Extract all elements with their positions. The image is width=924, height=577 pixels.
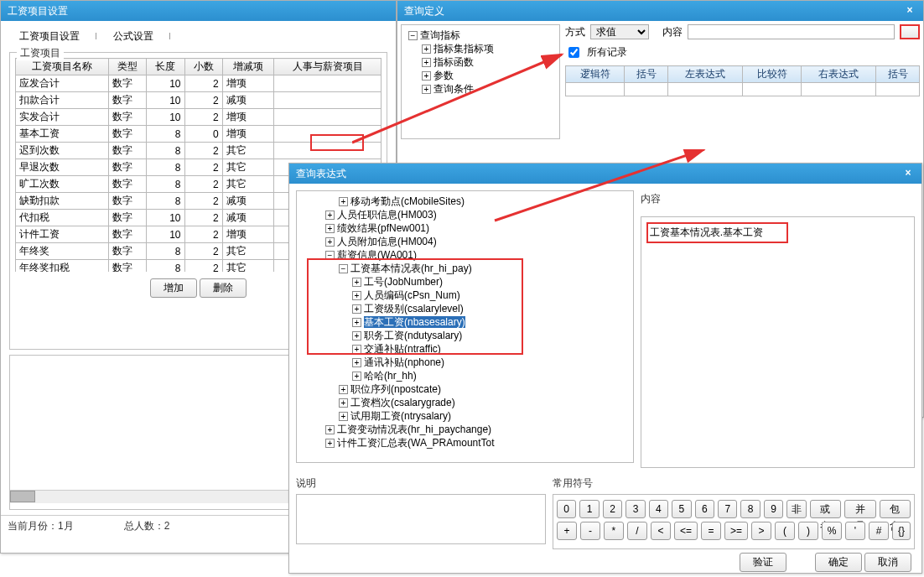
ok-button[interactable]: 确定 [815,553,862,572]
tree-node[interactable]: +移动考勤点(cMobileSites) [325,195,630,208]
symbol-button[interactable]: {} [892,522,911,540]
symbol-button[interactable]: % [822,522,842,540]
tree-node[interactable]: −工资基本情况表(hr_hi_pay) [325,262,630,275]
tree-node[interactable]: −薪资信息(WA001) [325,248,630,262]
all-records-checkbox[interactable] [568,47,579,58]
symbol-button[interactable]: * [604,522,624,540]
expand-icon[interactable]: + [422,85,431,94]
symbol-button[interactable]: 9 [764,500,783,518]
indicator-tree[interactable]: −查询指标+指标集指标项+指标函数+参数+查询条件 [401,24,560,139]
expand-icon[interactable]: − [339,264,348,273]
close-icon[interactable]: × [903,4,916,18]
expand-icon[interactable]: + [352,345,361,354]
symbol-button[interactable]: < [651,522,671,540]
field-tree[interactable]: +移动考勤点(cMobileSites)+人员任职信息(HM003)+绩效结果(… [296,190,634,463]
col-header[interactable]: 长度 [147,59,184,75]
tree-node[interactable]: +人员附加信息(HM004) [325,235,630,248]
expand-icon[interactable]: + [352,304,361,314]
symbol-button[interactable]: 并且 [844,500,875,518]
tree-node[interactable]: +工号(JobNumber) [325,275,630,288]
expand-icon[interactable]: + [352,318,361,327]
symbol-button[interactable]: 8 [740,500,760,518]
verify-button[interactable]: 验证 [740,553,786,572]
expand-icon[interactable]: + [339,398,348,408]
symbol-button[interactable]: 0 [557,500,576,518]
content-browse-button[interactable] [900,24,920,39]
symbol-button[interactable]: + [557,522,577,540]
col-header[interactable]: 工资项目名称 [16,59,109,75]
expand-icon[interactable]: + [325,224,335,233]
expand-icon[interactable]: + [352,331,361,340]
tab-formula[interactable]: 公式设置 [110,26,157,47]
add-button[interactable]: 增加 [150,278,197,298]
tree-node[interactable]: +工资级别(csalarylevel) [325,302,630,315]
expand-icon[interactable]: + [325,425,335,434]
expand-icon[interactable]: + [352,372,361,381]
symbol-button[interactable]: 5 [672,500,691,518]
expand-icon[interactable]: + [352,358,361,367]
tree-node[interactable]: +通讯补贴(nphone) [325,356,630,369]
col-header[interactable]: 左表达式 [667,66,742,83]
expand-icon[interactable]: + [422,58,431,67]
symbol-button[interactable]: 或者 [810,500,841,518]
expand-icon[interactable]: + [352,291,361,300]
tree-node[interactable]: +人员任职信息(HM003) [325,208,630,221]
expand-icon[interactable]: + [422,44,431,54]
expand-icon[interactable]: + [325,211,335,220]
tree-node[interactable]: +工资变动情况表(hr_hi_paychange) [325,423,630,436]
cancel-button[interactable]: 取消 [864,553,911,572]
symbol-button[interactable]: ' [845,522,865,540]
col-header[interactable]: 增减项 [222,59,274,75]
hscroll-thumb[interactable] [10,491,35,502]
col-header[interactable]: 括号 [625,66,668,83]
col-header[interactable]: 类型 [109,59,147,75]
col-header[interactable]: 人事与薪资项目 [274,59,382,75]
table-row[interactable]: 实发合计数字102增项 [16,109,382,126]
symbol-button[interactable]: 6 [695,500,714,518]
tree-node[interactable]: +人员编码(cPsn_Num) [325,288,630,302]
symbol-button[interactable]: > [751,522,771,540]
tree-node[interactable]: +工资档次(csalarygrade) [325,396,630,409]
tree-node[interactable]: −查询指标 [405,29,556,42]
col-header[interactable]: 逻辑符 [566,66,625,83]
table-row[interactable]: 扣款合计数字102减项 [16,92,382,109]
tree-node[interactable]: +查询条件 [405,82,556,96]
tab-items[interactable]: 工资项目设置 [16,26,83,47]
symbol-button[interactable]: 3 [626,500,645,518]
condition-grid[interactable]: 逻辑符括号左表达式比较符右表达式括号 [565,65,920,96]
expand-icon[interactable]: + [422,71,431,81]
symbol-button[interactable]: 1 [579,500,599,518]
tree-node[interactable]: +参数 [405,69,556,82]
symbol-button[interactable]: 包含 [880,500,911,518]
tree-node[interactable]: +职位序列(npostcate) [325,382,630,396]
symbol-button[interactable]: ) [798,522,818,540]
delete-button[interactable]: 删除 [200,278,247,298]
tree-node[interactable]: +指标函数 [405,55,556,69]
table-row[interactable]: 基本工资数字80增项 [16,126,382,143]
symbol-button[interactable]: ( [775,522,795,540]
expand-icon[interactable]: + [339,197,348,206]
symbol-button[interactable]: 非 [786,500,806,518]
expand-icon[interactable]: − [408,31,418,40]
expand-icon[interactable]: + [339,412,348,421]
symbol-button[interactable]: # [869,522,889,540]
expand-icon[interactable]: + [352,278,361,287]
content-area[interactable]: 工资基本情况表.基本工资 [641,216,915,468]
tree-node[interactable]: +职务工资(ndutysalary) [325,329,630,342]
tree-node[interactable]: +计件工资汇总表(WA_PRAmountTot [325,436,630,450]
tree-node[interactable]: +哈哈(hr_hh) [325,369,630,382]
expand-icon[interactable]: + [339,385,348,394]
symbol-button[interactable]: <= [674,522,698,540]
table-row[interactable]: 迟到次数数字82其它 [16,143,382,159]
table-row[interactable]: 应发合计数字102增项 [16,75,382,92]
tree-node[interactable]: +指标集指标项 [405,42,556,55]
symbol-button[interactable]: 7 [718,500,737,518]
content-input[interactable] [688,24,895,39]
mode-select[interactable]: 求值 [590,24,649,39]
symbol-button[interactable]: >= [724,522,748,540]
tree-node[interactable]: +绩效结果(pfNew001) [325,221,630,235]
col-header[interactable]: 右表达式 [802,66,876,83]
symbol-button[interactable]: 2 [603,500,622,518]
col-header[interactable]: 括号 [876,66,920,83]
tree-node[interactable]: +基本工资(nbasesalary) [325,315,630,329]
